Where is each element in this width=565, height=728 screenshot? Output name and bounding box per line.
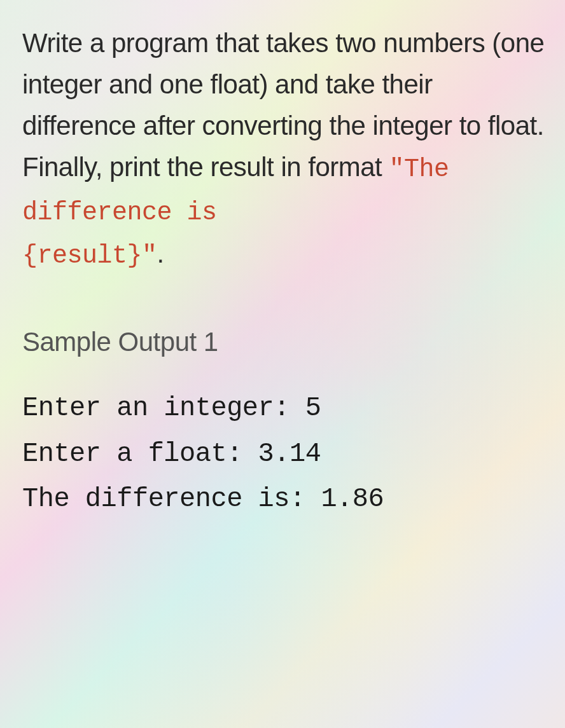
- sample-output-heading: Sample Output 1: [22, 327, 549, 357]
- output-line-3: The difference is: 1.86: [22, 477, 549, 522]
- output-line-1: Enter an integer: 5: [22, 386, 549, 431]
- instruction-paragraph: Write a program that takes two numbers (…: [22, 22, 549, 276]
- sample-output-block: Enter an integer: 5 Enter a float: 3.14 …: [22, 386, 549, 522]
- output-line-2: Enter a float: 3.14: [22, 432, 549, 477]
- format-string-part2: {result}": [22, 242, 157, 270]
- instruction-text-part2: .: [157, 238, 164, 268]
- document-content: Write a program that takes two numbers (…: [0, 0, 565, 522]
- instruction-text-part1: Write a program that takes two numbers (…: [22, 28, 544, 182]
